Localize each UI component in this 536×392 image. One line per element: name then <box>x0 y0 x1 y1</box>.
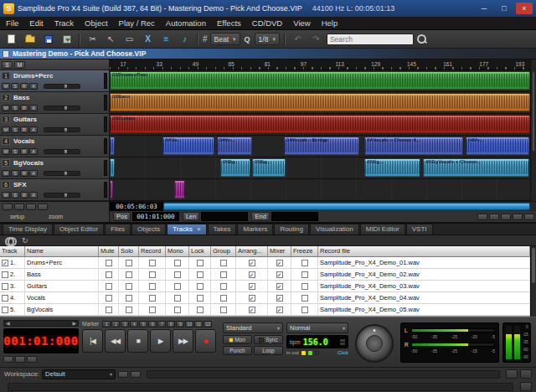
audio-clip[interactable]: 04Vo... <box>466 137 529 155</box>
audio-clip[interactable]: 04Vocals - Bridge <box>284 137 359 155</box>
monitor-button[interactable]: Mon <box>223 335 252 344</box>
mixer-checkbox[interactable]: ✓ <box>276 295 283 302</box>
workspace-prev-button[interactable] <box>118 371 128 378</box>
col-name[interactable]: Name <box>25 246 99 257</box>
track-solo-button[interactable]: S <box>11 83 19 90</box>
marker-button[interactable]: 10 <box>185 321 193 328</box>
track-select-checkbox[interactable]: ✓ <box>2 260 8 266</box>
audio-clip[interactable]: 05BgVocals + Chorus... <box>423 158 529 177</box>
col-track[interactable]: Track <box>0 246 25 257</box>
end-button[interactable]: End <box>251 212 269 221</box>
undo-button[interactable]: ↶ <box>290 32 306 46</box>
record-file[interactable]: Samplitude_Pro_X4_Demo_03.wav <box>318 281 530 292</box>
table-row[interactable]: 4. Vocals ✓ ✓ Samplitude_Pro_X4_Demo_04.… <box>0 292 530 304</box>
arrange-checkbox[interactable]: ✓ <box>249 271 255 278</box>
track-lane-vocals[interactable]: 04Vo... 04Vo... 04Vocals - Bridge 04Voca… <box>110 136 530 157</box>
menu-object[interactable]: Object <box>85 18 107 28</box>
col-solo[interactable]: Solo <box>119 246 139 257</box>
track-record-button[interactable]: R <box>20 105 28 111</box>
table-row[interactable]: ✓1. Drums+Perc ✓ ✓ Samplitude_Pro_X4_Dem… <box>0 257 530 269</box>
record-checkbox[interactable] <box>149 307 156 313</box>
maximize-button[interactable]: □ <box>496 3 513 14</box>
track-automation-button[interactable]: A <box>29 170 38 177</box>
track-record-button[interactable]: R <box>20 192 28 199</box>
bpm-spinner[interactable] <box>340 339 345 345</box>
solo-all-button[interactable]: S <box>2 61 13 69</box>
track-volume-fader[interactable] <box>44 127 80 132</box>
marker-button[interactable]: 1 <box>102 321 111 328</box>
marker-button[interactable]: 5 <box>139 321 147 328</box>
tab-time-display[interactable]: Time Display <box>3 224 53 235</box>
group-checkbox[interactable] <box>220 307 227 313</box>
record-file[interactable]: Samplitude_Pro_X4_Demo_04.wav <box>318 292 530 304</box>
workspace-select[interactable]: Default <box>42 369 116 379</box>
lock-checkbox[interactable] <box>197 271 204 278</box>
track-name[interactable]: SFX <box>13 181 27 188</box>
search-icon[interactable] <box>416 34 427 44</box>
track-size-button[interactable] <box>38 204 48 210</box>
sync-button[interactable]: Sync <box>254 335 283 344</box>
track-solo-button[interactable]: S <box>11 148 19 155</box>
lock-checkbox[interactable] <box>197 295 204 302</box>
search-input[interactable] <box>327 34 414 45</box>
grid-value-select[interactable]: 1/8 <box>255 33 280 45</box>
mute-checkbox[interactable] <box>106 283 112 290</box>
col-group[interactable]: Group <box>211 246 236 257</box>
click-button[interactable]: Click <box>338 350 348 355</box>
track-automation-button[interactable]: A <box>29 105 38 111</box>
tab-files[interactable]: Files <box>105 224 131 235</box>
range-button[interactable] <box>477 214 487 220</box>
status-icon[interactable] <box>520 369 532 379</box>
row-name[interactable]: Bass <box>25 269 99 281</box>
track-solo-button[interactable]: S <box>11 170 19 177</box>
menu-edit[interactable]: Edit <box>29 18 43 28</box>
marker-button[interactable]: 3 <box>121 321 129 328</box>
col-record[interactable]: Record <box>139 246 166 257</box>
track-name[interactable]: Drums+Perc <box>13 72 53 80</box>
track-lane-sfx[interactable] <box>110 179 530 201</box>
menu-view[interactable]: View <box>293 18 310 28</box>
track-automation-button[interactable]: A <box>29 192 38 199</box>
tab-object-editor[interactable]: Object Editor <box>54 224 104 235</box>
track-mute-button[interactable]: M <box>2 170 10 177</box>
tab-routing[interactable]: Routing <box>274 224 309 235</box>
freeze-checkbox[interactable] <box>302 295 308 302</box>
track-lane-guitars[interactable]: 03Guitars <box>110 114 530 136</box>
menu-file[interactable]: File <box>6 18 18 28</box>
quantize-button[interactable]: Q <box>245 35 250 44</box>
tab-visualization[interactable]: Visualization <box>310 224 359 235</box>
tab-tracks[interactable]: Tracks× <box>167 224 206 235</box>
audio-clip[interactable]: 05Bg... <box>220 158 250 177</box>
col-mono[interactable]: Mono <box>166 246 189 257</box>
track-solo-button[interactable]: S <box>11 126 19 133</box>
mixer-button[interactable]: ≡ <box>158 32 174 46</box>
track-lane-bass[interactable]: 02Bass <box>110 92 530 114</box>
mute-checkbox[interactable] <box>106 307 112 313</box>
tab-midi-editor[interactable]: MIDI Editor <box>360 224 405 235</box>
table-scrollbar[interactable] <box>530 246 536 317</box>
solo-checkbox[interactable] <box>126 283 132 290</box>
end-value-field[interactable] <box>271 212 318 221</box>
display-option-button[interactable] <box>27 356 37 363</box>
binoculars-icon[interactable] <box>5 237 17 244</box>
table-row[interactable]: 2. Bass ✓ ✓ Samplitude_Pro_X4_Demo_02.wa… <box>0 269 530 281</box>
record-checkbox[interactable] <box>149 271 156 278</box>
scrollbar-thumb[interactable] <box>532 71 535 152</box>
track-select-checkbox[interactable] <box>2 271 8 278</box>
loop-button[interactable]: Loop <box>254 346 283 355</box>
record-checkbox[interactable] <box>149 260 156 266</box>
audio-clip[interactable]: 04Vo... <box>217 137 252 155</box>
marker-button[interactable]: 7 <box>157 321 166 328</box>
marker-button[interactable]: 2 <box>111 321 120 328</box>
refresh-icon[interactable]: ↻ <box>22 237 28 245</box>
audio-clip[interactable]: 02Bass <box>110 93 530 111</box>
row-name[interactable]: BgVocals <box>25 304 99 316</box>
table-row[interactable]: 5. BgVocals ✓ ✓ Samplitude_Pro_X4_Demo_0… <box>0 304 530 316</box>
record-checkbox[interactable] <box>149 295 156 302</box>
mono-checkbox[interactable] <box>174 271 181 278</box>
mute-all-button[interactable]: M <box>14 61 25 69</box>
freeze-checkbox[interactable] <box>302 307 308 313</box>
group-checkbox[interactable] <box>220 271 227 278</box>
arrange-checkbox[interactable]: ✓ <box>249 307 255 313</box>
audio-clip[interactable]: 01Drums+Perc <box>110 71 530 90</box>
